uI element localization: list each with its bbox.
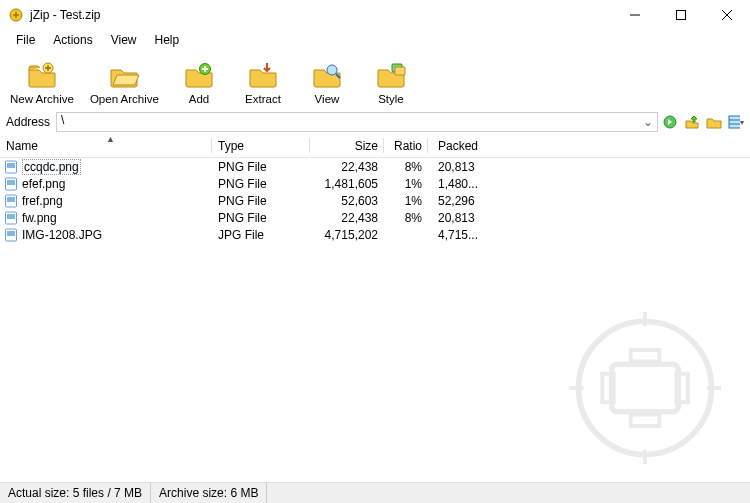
- extract-label: Extract: [245, 93, 281, 105]
- file-icon: [4, 177, 18, 191]
- menubar: File Actions View Help: [0, 30, 750, 50]
- style-label: Style: [378, 93, 404, 105]
- window-title: jZip - Test.zip: [30, 8, 100, 22]
- svg-rect-20: [7, 197, 15, 202]
- file-type: PNG File: [212, 177, 310, 191]
- address-input[interactable]: \ ⌄: [56, 112, 658, 132]
- file-icon: [4, 211, 18, 225]
- file-packed: 4,715...: [428, 228, 488, 242]
- open-archive-label: Open Archive: [90, 93, 159, 105]
- toolbar: New Archive Open Archive Add Extract Vie…: [0, 50, 750, 110]
- address-value: \: [61, 113, 64, 127]
- file-packed: 20,813: [428, 160, 488, 174]
- svg-rect-29: [631, 350, 660, 361]
- extract-icon: [247, 59, 279, 91]
- file-packed: 1,480...: [428, 177, 488, 191]
- file-size: 22,438: [310, 160, 384, 174]
- file-icon: [4, 228, 18, 242]
- column-header-type[interactable]: Type: [212, 134, 310, 157]
- view-button[interactable]: View: [297, 57, 357, 107]
- column-header-packed[interactable]: Packed: [428, 134, 488, 157]
- address-label: Address: [6, 115, 50, 129]
- table-row[interactable]: ccqdc.pngPNG File22,4388%20,813: [0, 158, 750, 175]
- extract-button[interactable]: Extract: [233, 57, 293, 107]
- svg-rect-24: [7, 231, 15, 236]
- svg-rect-30: [631, 415, 660, 426]
- file-list: ccqdc.pngPNG File22,4388%20,813efef.pngP…: [0, 158, 750, 243]
- svg-rect-26: [612, 364, 679, 412]
- column-header-size[interactable]: Size: [310, 134, 384, 157]
- svg-rect-10: [395, 67, 405, 75]
- svg-rect-28: [676, 374, 687, 403]
- column-headers: ▲ Name Type Size Ratio Packed: [0, 134, 750, 158]
- file-type: PNG File: [212, 211, 310, 225]
- table-row[interactable]: efef.pngPNG File1,481,6051%1,480...: [0, 175, 750, 192]
- file-type: PNG File: [212, 160, 310, 174]
- status-archive-size: Archive size: 6 MB: [151, 483, 267, 503]
- up-button[interactable]: [684, 114, 700, 130]
- titlebar: jZip - Test.zip: [0, 0, 750, 30]
- table-row[interactable]: fw.pngPNG File22,4388%20,813: [0, 209, 750, 226]
- file-packed: 52,296: [428, 194, 488, 208]
- add-label: Add: [189, 93, 209, 105]
- chevron-down-icon[interactable]: ⌄: [643, 115, 653, 129]
- folder-button[interactable]: [706, 114, 722, 130]
- address-bar: Address \ ⌄ ▾: [0, 110, 750, 134]
- table-row[interactable]: IMG-1208.JPGJPG File4,715,2024,715...: [0, 226, 750, 243]
- table-row[interactable]: fref.pngPNG File52,6031%52,296: [0, 192, 750, 209]
- svg-rect-22: [7, 214, 15, 219]
- file-name: efef.png: [22, 177, 65, 191]
- add-icon: [183, 59, 215, 91]
- file-ratio: 1%: [384, 177, 428, 191]
- minimize-button[interactable]: [612, 0, 658, 30]
- status-actual-size: Actual size: 5 files / 7 MB: [0, 483, 151, 503]
- svg-rect-2: [677, 11, 686, 20]
- add-button[interactable]: Add: [169, 57, 229, 107]
- svg-rect-18: [7, 180, 15, 185]
- file-ratio: 8%: [384, 211, 428, 225]
- menu-view[interactable]: View: [103, 31, 145, 49]
- new-archive-button[interactable]: New Archive: [4, 57, 80, 107]
- new-archive-label: New Archive: [10, 93, 74, 105]
- column-header-name[interactable]: Name: [0, 134, 212, 157]
- file-packed: 20,813: [428, 211, 488, 225]
- maximize-button[interactable]: [658, 0, 704, 30]
- menu-help[interactable]: Help: [147, 31, 188, 49]
- file-name: fw.png: [22, 211, 57, 225]
- file-size: 1,481,605: [310, 177, 384, 191]
- svg-point-7: [327, 65, 337, 75]
- file-ratio: 1%: [384, 194, 428, 208]
- file-size: 22,438: [310, 211, 384, 225]
- svg-rect-16: [7, 163, 15, 168]
- open-archive-icon: [108, 59, 140, 91]
- file-ratio: 8%: [384, 160, 428, 174]
- file-icon: [4, 194, 18, 208]
- close-button[interactable]: [704, 0, 750, 30]
- svg-rect-27: [602, 374, 613, 403]
- svg-point-25: [579, 322, 712, 455]
- file-name: fref.png: [22, 194, 63, 208]
- style-button[interactable]: Style: [361, 57, 421, 107]
- file-type: JPG File: [212, 228, 310, 242]
- content-area: ▲ Name Type Size Ratio Packed ccqdc.pngP…: [0, 134, 750, 496]
- file-name: ccqdc.png: [22, 159, 81, 175]
- watermark-icon: [550, 293, 740, 486]
- column-header-ratio[interactable]: Ratio: [384, 134, 428, 157]
- new-archive-icon: [26, 59, 58, 91]
- view-label: View: [315, 93, 340, 105]
- go-button[interactable]: [662, 114, 678, 130]
- view-icon: [311, 59, 343, 91]
- file-type: PNG File: [212, 194, 310, 208]
- app-icon: [8, 7, 24, 23]
- menu-file[interactable]: File: [8, 31, 43, 49]
- window-controls: [612, 0, 750, 30]
- file-name: IMG-1208.JPG: [22, 228, 102, 242]
- views-button[interactable]: ▾: [728, 114, 744, 130]
- style-icon: [375, 59, 407, 91]
- file-size: 52,603: [310, 194, 384, 208]
- svg-rect-12: [729, 116, 740, 128]
- file-icon: [4, 160, 18, 174]
- statusbar: Actual size: 5 files / 7 MB Archive size…: [0, 482, 750, 503]
- menu-actions[interactable]: Actions: [45, 31, 100, 49]
- open-archive-button[interactable]: Open Archive: [84, 57, 165, 107]
